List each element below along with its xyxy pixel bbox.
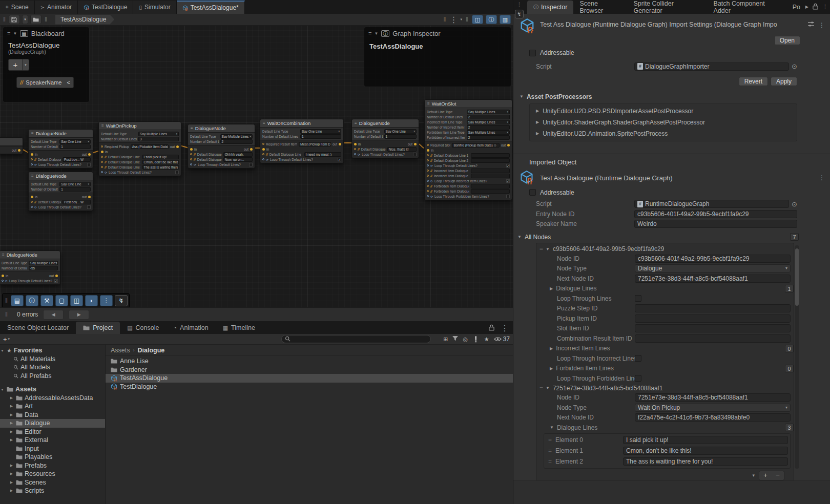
graph-node-startnode[interactable]: ≡StartNodeSpeakerNameout <box>0 137 23 154</box>
input-number-of-default-lines[interactable]: -55 <box>29 266 58 270</box>
input-default-dialogue-line-2[interactable]: Cmon, don't be like this! <box>142 160 179 164</box>
bool-pin-icon[interactable] <box>2 280 4 282</box>
breadcrumb[interactable]: TestAssDialogue <box>55 15 114 25</box>
blackboard-panel[interactable]: = ▼ ▦ Blackboard TestAssDialogue (Dialog… <box>3 27 90 102</box>
string-pin-icon[interactable] <box>427 159 429 161</box>
node-header[interactable]: ≡WaitOnCombination <box>260 119 343 128</box>
string-pin-icon[interactable] <box>354 148 356 150</box>
lock-icon[interactable] <box>489 324 494 333</box>
file-item-testdialogue[interactable]: {}TestDialogue <box>106 383 513 391</box>
editor-tab-animator[interactable]: ≻ Animator <box>35 1 78 14</box>
add-property-button[interactable]: + <box>8 59 23 71</box>
drag-handle-icon[interactable]: = <box>546 458 553 465</box>
graph-node-waitonpickup[interactable]: ≡WaitOnPickupDefault Line TypeSay Multip… <box>98 121 181 176</box>
dropdown-node-type[interactable]: Wait On Pickup▾ <box>635 404 791 412</box>
input-number-of-incorrect-item-lines[interactable]: 2 <box>467 125 510 130</box>
drag-handle-icon[interactable]: = <box>546 447 553 454</box>
foldout-incorrect-item-lines[interactable]: ▶Incorrect Item Lines0 <box>536 344 794 354</box>
foldout-arrow-icon[interactable]: ▼ <box>520 94 524 99</box>
string-pin-icon[interactable] <box>427 170 429 172</box>
foldout-arrow-icon[interactable]: ▼ <box>550 425 554 430</box>
foldout-arrow-icon[interactable]: ▶ <box>9 430 14 434</box>
node-menu-icon[interactable]: ≡ <box>31 131 34 136</box>
graph-node-dialoguenode[interactable]: ≡DialogueNodeDefault Line TypeSay Multip… <box>0 250 60 285</box>
out-port[interactable] <box>18 149 20 152</box>
tools-button[interactable]: ⚒ <box>40 295 53 306</box>
tree-item-scenes[interactable]: ▶Scenes <box>0 478 105 487</box>
input-default-dialogue-line-1[interactable] <box>471 153 510 158</box>
tree-item-prefabs[interactable]: ▶Prefabs <box>0 461 105 470</box>
in-port[interactable] <box>2 275 4 277</box>
blackboard-toggle-button[interactable]: ◫ <box>472 15 483 24</box>
dock-tab-project[interactable]: Project <box>76 322 120 334</box>
file-item-anne-lise[interactable]: Anne Lise <box>106 357 513 366</box>
input-number-of-default-lines[interactable]: 2 <box>220 139 253 144</box>
string-pin-icon[interactable] <box>190 158 192 160</box>
script-field[interactable]: #DialogueGraphImporter <box>634 62 789 71</box>
audio-button[interactable]: ◗ <box>85 295 98 306</box>
nodes-scrollbar[interactable] <box>795 245 799 469</box>
inspector-tab-po[interactable]: Po <box>786 1 806 14</box>
chart-button[interactable]: ↯ <box>115 295 128 306</box>
info-button[interactable]: ⓘ <box>26 295 38 306</box>
out-port[interactable] <box>250 148 253 151</box>
lock-icon[interactable] <box>813 3 818 11</box>
out-port[interactable] <box>88 196 91 198</box>
field-combination-result-item-id[interactable] <box>635 334 791 343</box>
dropdown-default-line-type[interactable]: Say One Line▾ <box>384 129 417 134</box>
entry-node-id-field[interactable]: c93b5606-401f-49a2-99b5-9ecbf1fa9c29 <box>634 210 797 218</box>
foldout-arrow-icon[interactable]: ▶ <box>9 421 14 425</box>
tab-overflow-icon[interactable]: ▶ <box>805 5 808 9</box>
input-default-dialogue-line[interactable]: Nice, that's it! <box>387 147 417 152</box>
bool-pin-icon[interactable] <box>190 163 192 165</box>
graph-inspector-toggle-button[interactable]: ⓘ <box>486 15 497 24</box>
alert-icon[interactable]: ❕ <box>472 336 480 343</box>
graph-node-dialoguenode[interactable]: ≡DialogueNodeDefault Line TypeSay One Li… <box>351 119 419 158</box>
input-forbidden-of-incorrect-item-lines[interactable]: 2 <box>467 135 510 140</box>
open-asset-button[interactable] <box>30 15 42 24</box>
foldout-arrow-icon[interactable]: ▶ <box>9 438 14 442</box>
field-slot-item-id[interactable] <box>635 324 791 332</box>
dropdown-node-type[interactable]: Dialogue▾ <box>635 264 791 272</box>
foldout-arrow-icon[interactable]: ▶ <box>536 131 539 136</box>
prev-error-button[interactable]: ◀ <box>43 310 64 320</box>
breadcrumb-root[interactable]: Assets <box>111 347 130 354</box>
remove-element-button[interactable]: − <box>772 471 784 480</box>
inspector-tab-inspector[interactable]: ⓘ Inspector <box>527 1 573 14</box>
checkbox-loop-through-incorrect-lines[interactable] <box>635 355 641 362</box>
add-property-dropdown[interactable]: ▾ <box>23 59 29 71</box>
count-badge[interactable]: 0 <box>785 365 794 372</box>
tree-item-addressableassetsdata[interactable]: ▶AddressableAssetsData <box>0 394 105 403</box>
save-dropdown-button[interactable]: ▾ <box>22 15 28 24</box>
out-port[interactable] <box>88 153 91 156</box>
debug-toggle-button[interactable]: ↯ <box>515 10 524 18</box>
graph-node-waitonslot[interactable]: ≡WaitOnSlotDefault Line TypeSay Multiple… <box>424 99 512 200</box>
drag-handle-icon[interactable]: = <box>540 385 543 392</box>
all-nodes-count[interactable]: 7 <box>790 233 799 241</box>
input-default-dialogue-line-2[interactable]: Now, go on... <box>223 157 253 162</box>
create-asset-button[interactable]: + <box>3 335 7 343</box>
string-pin-icon[interactable] <box>101 166 103 168</box>
input-default-dialogue-line[interactable]: Post boy... W <box>63 200 91 204</box>
graph-node-dialoguenode[interactable]: ≡DialogueNodeDefault Line TypeSay Multip… <box>188 124 255 169</box>
node-group-header[interactable]: =▼7251e73e-38d3-44ff-a8c5-bcf54088aaf1 <box>536 384 794 393</box>
node-header[interactable]: ≡DialogueNode <box>29 130 93 138</box>
hidden-count[interactable]: 37 <box>494 335 510 343</box>
file-item-gardener[interactable]: Gardener <box>106 366 513 374</box>
out-port[interactable] <box>339 143 341 145</box>
add-element-button[interactable]: + <box>759 471 772 480</box>
foldout-arrow-icon[interactable]: ▼ <box>546 247 550 251</box>
checkbox-loop-through-default-lines[interactable]: ✓ <box>338 158 341 161</box>
checkbox-loop-through-incorrect-item-lines[interactable]: ✓ <box>506 179 510 183</box>
bool-pin-icon[interactable] <box>31 206 33 208</box>
postprocessor-item[interactable]: ▶UnityEditor.ShaderGraph.ShaderGraphAsse… <box>530 117 797 128</box>
filter-type-icon[interactable] <box>452 336 458 342</box>
node-header[interactable]: ≡WaitOnPickup <box>99 122 181 130</box>
dropdown-default-line-type[interactable]: Say Multiple Lines▾ <box>467 110 510 114</box>
create-asset-dropdown[interactable]: ▾ <box>8 337 10 341</box>
input-default-dialogue-line-1[interactable]: Ohhhh yeah, <box>223 152 253 157</box>
object-pin-icon[interactable] <box>427 144 429 146</box>
checkbox-loop-through-default-lines[interactable]: ✓ <box>54 279 58 283</box>
editor-tab-simulator[interactable]: ▯ Simulator <box>133 1 176 14</box>
chevron-down-icon[interactable]: ▾ <box>461 17 463 22</box>
